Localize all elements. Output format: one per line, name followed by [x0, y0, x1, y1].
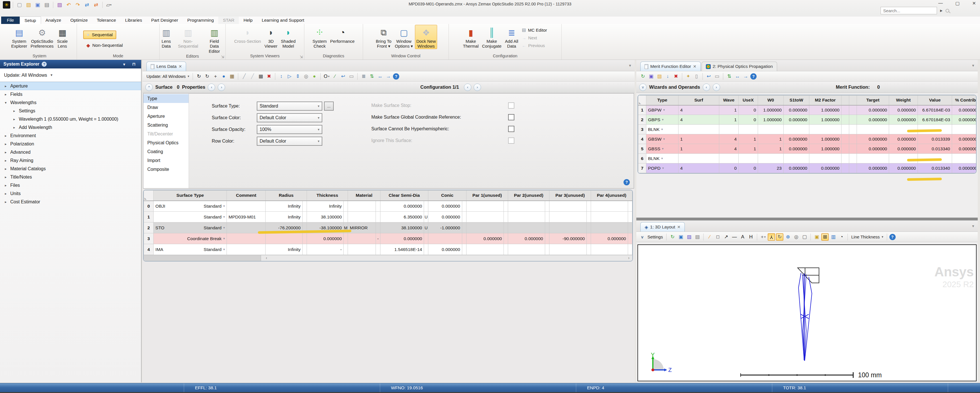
restore-button[interactable]: ▢ [955, 0, 959, 6]
fit-icon[interactable]: ⊞ [821, 233, 829, 241]
tab-merit-function-editor[interactable]: Merit Function Editor✕ [640, 62, 701, 71]
lens-cell-clear-semi-dia[interactable]: 38.100000 [380, 222, 424, 233]
merit-cell[interactable]: 0.000000 [952, 105, 977, 115]
move-columns-icon[interactable]: ↔ [377, 73, 384, 80]
merit-cell[interactable]: 0.000000 [952, 144, 977, 154]
lens-cell-par1-flag[interactable] [504, 244, 508, 255]
merit-cell[interactable]: 0.013340 [918, 163, 952, 173]
next-surface-button[interactable]: › [218, 83, 225, 91]
merit-cell-number[interactable]: 2 [638, 115, 646, 125]
lens-cell-par2[interactable] [508, 201, 545, 212]
merit-cell[interactable]: 1.000000 [809, 115, 842, 125]
lens-cell-radius-flag[interactable] [302, 201, 307, 212]
merit-cell[interactable]: 1.000000 [809, 105, 842, 115]
tab-overflow-icon[interactable]: ▼ [972, 224, 975, 228]
prop-tab-import[interactable]: Import [143, 156, 189, 165]
lens-cell-thickness-flag[interactable] [344, 244, 348, 255]
close-button[interactable]: ✕ [972, 0, 976, 6]
lens-cell-par2[interactable] [508, 212, 545, 222]
merit-cell[interactable] [784, 125, 809, 134]
lens-cell-radius[interactable] [266, 233, 302, 244]
sidebar-item-ray-aiming[interactable]: ▸Ray Aiming [0, 156, 141, 165]
tree-collapse-icon[interactable]: ▸ [3, 134, 8, 138]
merit-cell[interactable]: 1.000000 [758, 115, 784, 125]
lens-cell-par1[interactable] [466, 212, 504, 222]
prev-config-button[interactable]: ‹ [464, 83, 471, 91]
merit-cell[interactable]: 0.000000 [809, 163, 842, 173]
lens-cell-par1[interactable] [466, 244, 504, 255]
lens-cell-radius-flag[interactable] [302, 212, 307, 222]
lens-cell-par3-flag[interactable] [587, 233, 591, 244]
lens-cell-material-flag[interactable] [376, 244, 380, 255]
merit-cell[interactable] [849, 105, 857, 115]
prop-tab-aperture[interactable]: Aperture [143, 112, 189, 121]
zoom-icon[interactable]: ◎ [792, 233, 800, 241]
bend-system-icon[interactable]: ↩ [339, 73, 347, 80]
lens-cell-conic-flag[interactable] [462, 201, 466, 212]
ribbon-tab-analyze[interactable]: Analyze [41, 16, 66, 24]
ribbon-tab-tolerance[interactable]: Tolerance [92, 16, 121, 24]
lens-cell-par4-flag[interactable] [628, 222, 632, 233]
prop-tab-coating[interactable]: Coating [143, 147, 189, 156]
sidebar-item-add-wavelength[interactable]: ▸Add Wavelength [0, 123, 141, 131]
lens-cell-material[interactable]: MIRROR [348, 222, 376, 233]
lens-cell-csd-flag[interactable] [424, 233, 428, 244]
help-icon[interactable]: ? [393, 73, 399, 80]
lens-cell-par2[interactable]: 0.000000 [508, 233, 545, 244]
more-options-button[interactable]: ... [324, 102, 334, 111]
merit-cell[interactable]: 0.000000 [784, 105, 809, 115]
sidebar-item-aperture[interactable]: ▸Aperture [0, 82, 141, 90]
merit-cell-number[interactable]: 1 [638, 105, 646, 115]
merit-cell[interactable]: 0 [739, 115, 758, 125]
sidebar-item-polarization[interactable]: ▸Polarization [0, 140, 141, 148]
lens-cell-conic[interactable] [428, 233, 462, 244]
merit-cell[interactable]: 1 [719, 115, 739, 125]
merit-cell[interactable]: 0.013340 [918, 144, 952, 154]
lens-cell-radius-flag[interactable] [302, 244, 307, 255]
merit-cell[interactable]: 0.000000 [889, 105, 918, 115]
wavelength-data-icon[interactable]: ● [310, 73, 318, 80]
merit-cell[interactable]: 0.000000 [889, 134, 918, 144]
merit-cell-type[interactable]: GBSW▾ [646, 134, 678, 144]
merit-cell[interactable] [739, 154, 758, 163]
prop-tab-draw[interactable]: Draw [143, 103, 189, 112]
rotate-icon[interactable]: Y [768, 233, 775, 241]
merit-cell[interactable] [842, 163, 849, 173]
ray-delete-icon[interactable]: ╱ [249, 73, 256, 80]
sidebar-item-title-notes[interactable]: ▸Title/Notes [0, 173, 141, 181]
lens-cell-conic-flag[interactable] [462, 233, 466, 244]
scroll-right-icon[interactable]: › [628, 256, 630, 260]
merit-cell[interactable]: 0.000000 [889, 115, 918, 125]
scale-system-icon[interactable]: ⇕ [294, 73, 302, 80]
merit-cell[interactable]: 1 [678, 144, 719, 154]
lens-cell-par2[interactable] [508, 244, 545, 255]
merit-cell[interactable] [739, 125, 758, 134]
merit-cell[interactable] [849, 125, 857, 134]
pin-icon[interactable]: ⊓ [132, 62, 135, 66]
line-thickness-selector[interactable]: Line Thickness▾ [850, 235, 884, 239]
merit-cell-type[interactable]: POPD▾ [646, 163, 678, 173]
print-icon[interactable]: ▤ [694, 233, 701, 241]
field-select-3[interactable]: Default Color▾ [257, 137, 322, 146]
lens-cell-thickness[interactable]: 38.100000 [307, 212, 344, 222]
lens-cell-par4[interactable] [591, 222, 628, 233]
lens-cell-surface-type[interactable]: Standard▾ [154, 212, 227, 222]
lens-cell-conic-flag[interactable] [462, 244, 466, 255]
orbit-icon[interactable]: ↻ [776, 233, 783, 241]
copy-icon[interactable]: ▣ [677, 233, 684, 241]
swap-rows-icon[interactable]: ⇅ [725, 73, 733, 80]
ribbon-tab-part-designer[interactable]: Part Designer [146, 16, 183, 24]
lens-cell-comment[interactable]: MPD039-M01 [227, 212, 266, 222]
line-icon[interactable]: — [731, 233, 738, 241]
lens-cell-par1[interactable] [466, 201, 504, 212]
cylinder-icon[interactable]: ▭ [713, 73, 721, 80]
checkbox[interactable] [508, 114, 514, 120]
lens-cell-conic[interactable]: 0.000000 [428, 244, 462, 255]
sidebar-item-advanced[interactable]: ▸Advanced [0, 148, 141, 156]
tab-lens-data[interactable]: Lens Data ✕ [146, 62, 186, 71]
lens-cell-comment[interactable] [227, 201, 266, 212]
tab-overflow-icon[interactable]: ▼ [628, 64, 632, 67]
lens-cell-par4[interactable] [591, 212, 628, 222]
lens-cell-material-flag[interactable]: - [376, 233, 380, 244]
close-icon[interactable]: ✕ [179, 64, 182, 69]
